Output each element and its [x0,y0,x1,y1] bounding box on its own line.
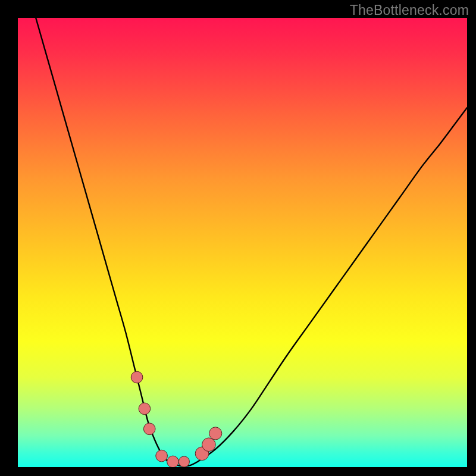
bottleneck-curve [36,18,467,466]
marker-left-1 [131,371,143,383]
marker-bottom-2 [167,456,179,467]
curve-layer [18,18,467,467]
marker-bottom-3 [178,456,189,467]
marker-bottom-1 [156,450,168,462]
chart-frame: TheBottleneck.com [0,0,476,476]
marker-right-2 [202,438,216,452]
watermark-text: TheBottleneck.com [350,2,469,18]
marker-left-2 [139,403,151,415]
marker-right-3 [209,427,222,440]
marker-left-3 [143,423,155,435]
curve-markers [131,371,222,467]
plot-area [18,18,467,467]
